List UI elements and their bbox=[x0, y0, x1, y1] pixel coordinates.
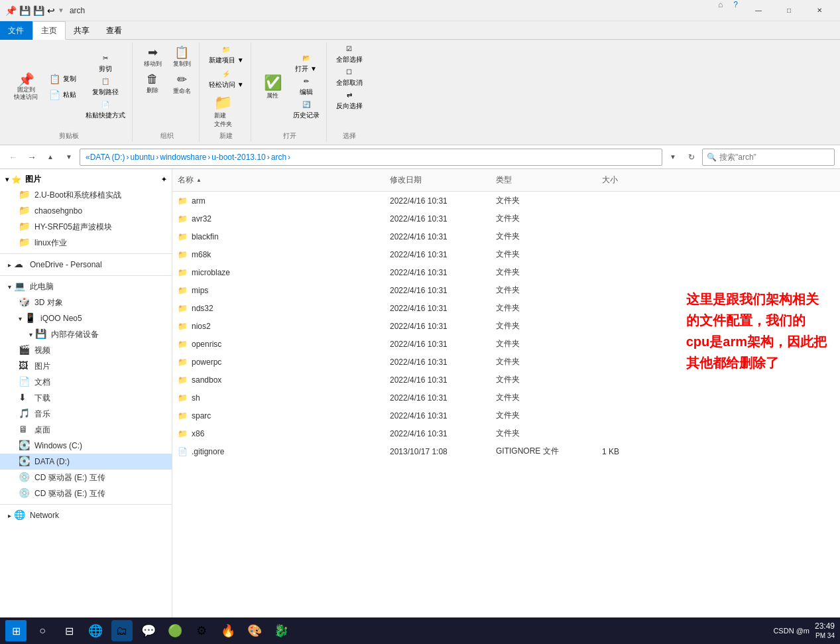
sidebar-item-onedrive[interactable]: ▸ ☁ OneDrive - Personal bbox=[0, 257, 172, 273]
edit-button[interactable]: ✏ 编辑 bbox=[290, 76, 322, 98]
tab-home[interactable]: 主页 bbox=[32, 21, 66, 40]
deselect-all-button[interactable]: ☐ 全部取消 bbox=[333, 67, 365, 89]
sidebar-item-docs[interactable]: 📄 文档 bbox=[0, 374, 172, 390]
taskbar-search[interactable]: ○ bbox=[32, 620, 53, 641]
col-name-header[interactable]: 名称 ▲ bbox=[172, 172, 385, 188]
pin-button[interactable]: 📌 固定到快速访问 bbox=[9, 72, 42, 102]
col-type-header[interactable]: 类型 bbox=[491, 172, 597, 188]
copy-button[interactable]: 📋 复制 bbox=[45, 72, 80, 86]
sidebar-item-cd-e1[interactable]: 💿 CD 驱动器 (E:) 互传 bbox=[0, 470, 172, 485]
tab-view[interactable]: 查看 bbox=[98, 21, 131, 40]
tab-share[interactable]: 共享 bbox=[66, 21, 98, 40]
group-select: ☑ 全部选择 ☐ 全部取消 ⇄ 反向选择 选择 bbox=[330, 42, 369, 142]
sidebar-item-linux[interactable]: 📁 linux作业 bbox=[0, 235, 172, 251]
path-dropdown-button[interactable]: ▼ bbox=[665, 149, 681, 165]
file-row[interactable]: 📁m68k2022/4/16 10:31文件夹 bbox=[172, 245, 840, 263]
sidebar-item-uboot[interactable]: 📁 2.U-Boot和系统移植实战 bbox=[0, 187, 172, 203]
sidebar-item-network[interactable]: ▸ 🌐 Network bbox=[0, 507, 172, 523]
sidebar-item-hysrf[interactable]: 📁 HY-SRF05超声波模块 bbox=[0, 219, 172, 235]
sidebar-item-data-d[interactable]: 💽 DATA (D:) bbox=[0, 454, 172, 470]
path-data-d[interactable]: DATA (D:) bbox=[90, 153, 125, 162]
taskbar-wechat[interactable]: 💬 bbox=[138, 620, 159, 641]
forward-button[interactable]: → bbox=[24, 149, 40, 165]
file-row[interactable]: 📁arm2022/4/16 10:31文件夹 bbox=[172, 192, 840, 210]
file-row[interactable]: 📁sandbox2022/4/16 10:31文件夹 bbox=[172, 371, 840, 389]
copy-path-button[interactable]: 📋 复制路径 bbox=[83, 76, 128, 98]
col-date-header[interactable]: 修改日期 bbox=[385, 172, 491, 188]
path-arch[interactable]: arch bbox=[271, 153, 286, 162]
easy-access-button[interactable]: ⚡ 轻松访问 ▼ bbox=[206, 68, 247, 92]
paste-shortcut-button[interactable]: 📄 粘贴快捷方式 bbox=[83, 99, 128, 121]
file-name: sandbox bbox=[192, 375, 221, 385]
file-row[interactable]: 📁microblaze2022/4/16 10:31文件夹 bbox=[172, 263, 840, 281]
invert-select-button[interactable]: ⇄ 反向选择 bbox=[333, 90, 365, 112]
new-item-button[interactable]: 📁 新建项目 ▼ bbox=[206, 44, 247, 67]
file-row[interactable]: 📁blackfin2022/4/16 10:31文件夹 bbox=[172, 227, 840, 245]
close-button[interactable]: ✕ bbox=[804, 0, 835, 21]
iqoo-icon: 📱 bbox=[25, 312, 36, 324]
recent-button[interactable]: ▼ bbox=[61, 149, 77, 165]
taskbar-task-view[interactable]: ⊟ bbox=[58, 620, 80, 641]
start-button[interactable]: ⊞ bbox=[5, 620, 27, 641]
paste-button[interactable]: 📄 粘贴 bbox=[45, 88, 80, 102]
properties-button[interactable]: ✅ 属性 bbox=[258, 73, 288, 101]
new-item-icon: 📁 bbox=[222, 46, 230, 53]
sidebar-item-downloads[interactable]: ⬇ 下载 bbox=[0, 390, 172, 406]
taskbar-app2[interactable]: 🎨 bbox=[244, 620, 265, 641]
sidebar-item-pictures[interactable]: 🖼 图片 bbox=[0, 358, 172, 374]
file-type: 文件夹 bbox=[491, 247, 597, 262]
taskbar-settings[interactable]: ⚙ bbox=[191, 620, 212, 641]
file-name: openrisc bbox=[192, 340, 221, 349]
open-button[interactable]: 📂 打开 ▼ bbox=[290, 53, 322, 75]
expand-network-icon: ▸ bbox=[8, 512, 11, 519]
maximize-button[interactable]: □ bbox=[774, 0, 804, 21]
sidebar-item-chaos[interactable]: 📁 chaosehgnbo bbox=[0, 203, 172, 219]
taskbar-explorer[interactable]: 🗂 bbox=[111, 620, 133, 641]
file-row[interactable]: 📁x862022/4/16 10:31文件夹 bbox=[172, 424, 840, 442]
refresh-button[interactable]: ↻ bbox=[684, 149, 699, 165]
search-box[interactable]: 🔍 bbox=[702, 149, 835, 166]
taskbar-app1[interactable]: 🔥 bbox=[217, 620, 239, 641]
cd-e2-icon: 💿 bbox=[19, 487, 30, 499]
quick-access-section[interactable]: ▾ ⭐ 图片 ✦ bbox=[0, 172, 172, 187]
path-ubuntu[interactable]: ubuntu bbox=[131, 153, 155, 162]
sidebar-item-cd-e2[interactable]: 💿 CD 驱动器 (E:) 互传 bbox=[0, 485, 172, 501]
up-button[interactable]: ▲ bbox=[42, 149, 58, 165]
sidebar-item-thispc[interactable]: ▾ 💻 此电脑 bbox=[0, 279, 172, 294]
copy-to-button[interactable]: 📋 复制到 bbox=[168, 44, 195, 70]
taskbar-edge[interactable]: 🌐 bbox=[85, 620, 106, 641]
pictures-icon: 🖼 bbox=[19, 360, 30, 372]
sidebar-item-internal[interactable]: ▾ 💾 内部存储设备 bbox=[0, 326, 172, 342]
file-row[interactable]: 📁avr322022/4/16 10:31文件夹 bbox=[172, 210, 840, 227]
tab-file[interactable]: 文件 bbox=[0, 21, 32, 40]
file-row[interactable]: 📄.gitignore2013/10/17 1:08GITIGNORE 文件1 … bbox=[172, 442, 840, 460]
sidebar-item-videos[interactable]: 🎬 视频 bbox=[0, 342, 172, 358]
sidebar-item-music[interactable]: 🎵 音乐 bbox=[0, 406, 172, 422]
address-path[interactable]: « DATA (D:) › ubuntu › windowshare › u-b… bbox=[80, 149, 662, 166]
taskbar-app3[interactable]: 🐉 bbox=[270, 620, 292, 641]
title-bar-icons: 📌 💾 💾 ↩ ▼ bbox=[5, 5, 64, 16]
file-row[interactable]: 📁sparc2022/4/16 10:31文件夹 bbox=[172, 407, 840, 424]
delete-button[interactable]: 🗑 删除 bbox=[139, 71, 166, 97]
col-size-header[interactable]: 大小 bbox=[597, 172, 663, 188]
new-folder-button[interactable]: 📁 新建文件夹 bbox=[206, 93, 239, 130]
minimize-button[interactable]: — bbox=[743, 0, 774, 21]
cut-button[interactable]: ✂ 剪切 bbox=[83, 53, 128, 75]
file-date: 2022/4/16 10:31 bbox=[385, 427, 491, 440]
sidebar-item-iqoo[interactable]: ▾ 📱 iQOO Neo5 bbox=[0, 310, 172, 326]
rename-button[interactable]: ✏ 重命名 bbox=[168, 71, 195, 97]
path-uboot[interactable]: u-boot-2013.10 bbox=[211, 153, 265, 162]
file-name: sparc bbox=[192, 411, 211, 420]
sidebar-item-windows-c[interactable]: 💽 Windows (C:) bbox=[0, 438, 172, 454]
sidebar-item-desktop[interactable]: 🖥 桌面 bbox=[0, 422, 172, 438]
taskbar-chrome[interactable]: 🟢 bbox=[164, 620, 186, 641]
path-windowshare[interactable]: windowshare bbox=[160, 153, 206, 162]
file-row[interactable]: 📁sh2022/4/16 10:31文件夹 bbox=[172, 389, 840, 407]
search-input[interactable] bbox=[719, 153, 830, 162]
music-icon: 🎵 bbox=[19, 408, 30, 420]
sidebar-item-3d[interactable]: 🎲 3D 对象 bbox=[0, 294, 172, 310]
back-button[interactable]: ← bbox=[5, 149, 21, 165]
select-all-button[interactable]: ☑ 全部选择 bbox=[333, 44, 365, 66]
history-button[interactable]: 🔄 历史记录 bbox=[290, 99, 322, 121]
move-to-button[interactable]: ➡ 移动到 bbox=[139, 44, 166, 70]
